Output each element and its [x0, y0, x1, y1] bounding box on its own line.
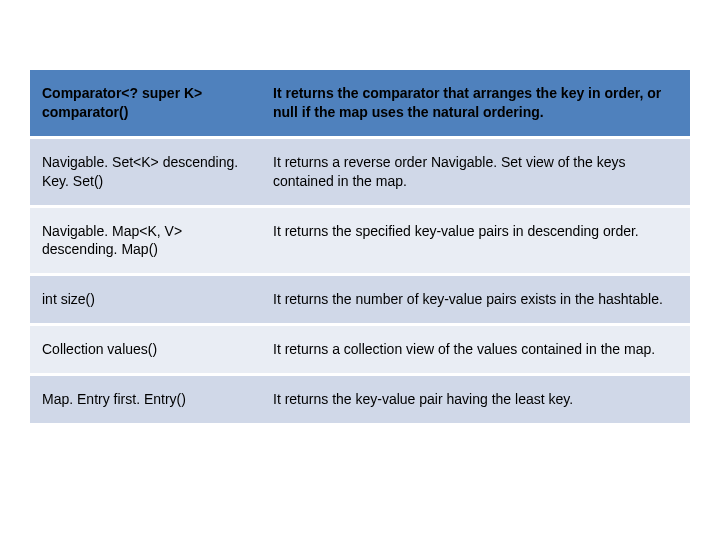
- desc-cell: It returns the comparator that arranges …: [261, 70, 690, 137]
- table-row: Collection values() It returns a collect…: [30, 325, 690, 375]
- method-cell: Map. Entry first. Entry(): [30, 375, 261, 425]
- table-row: int size() It returns the number of key-…: [30, 275, 690, 325]
- table-row: Map. Entry first. Entry() It returns the…: [30, 375, 690, 425]
- desc-cell: It returns the specified key-value pairs…: [261, 206, 690, 275]
- slide: Comparator<? super K> comparator() It re…: [0, 0, 720, 540]
- desc-cell: It returns the number of key-value pairs…: [261, 275, 690, 325]
- table-row: Comparator<? super K> comparator() It re…: [30, 70, 690, 137]
- api-table: Comparator<? super K> comparator() It re…: [30, 70, 690, 426]
- desc-cell: It returns a reverse order Navigable. Se…: [261, 137, 690, 206]
- table-row: Navigable. Set<K> descending. Key. Set()…: [30, 137, 690, 206]
- desc-cell: It returns a collection view of the valu…: [261, 325, 690, 375]
- desc-cell: It returns the key-value pair having the…: [261, 375, 690, 425]
- method-cell: Collection values(): [30, 325, 261, 375]
- table-row: Navigable. Map<K, V> descending. Map() I…: [30, 206, 690, 275]
- method-cell: Comparator<? super K> comparator(): [30, 70, 261, 137]
- method-cell: Navigable. Set<K> descending. Key. Set(): [30, 137, 261, 206]
- method-cell: Navigable. Map<K, V> descending. Map(): [30, 206, 261, 275]
- method-cell: int size(): [30, 275, 261, 325]
